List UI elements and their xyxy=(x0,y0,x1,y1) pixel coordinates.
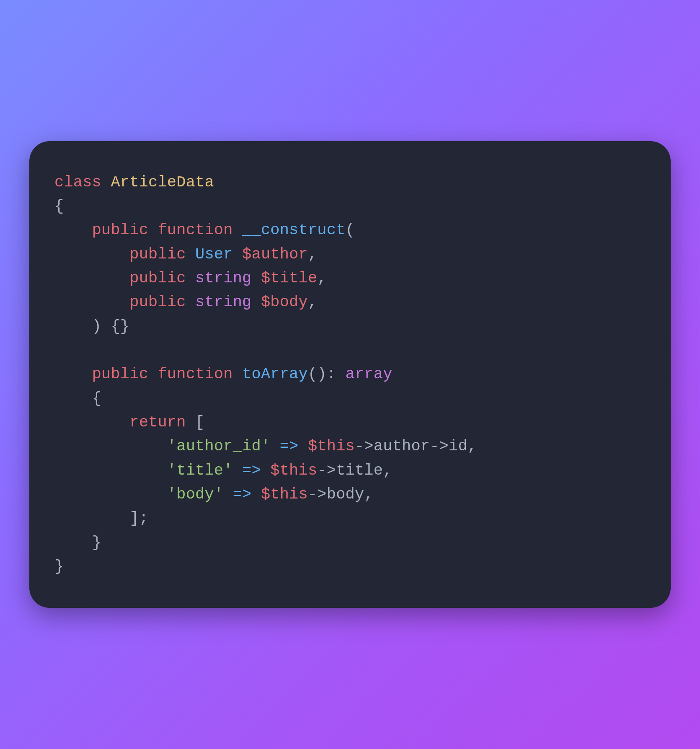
keyword-public: public xyxy=(129,245,186,263)
keyword-return: return xyxy=(129,413,186,431)
brace-open: { xyxy=(54,197,64,215)
keyword-public: public xyxy=(129,269,186,287)
thin-arrow: -> xyxy=(430,437,449,455)
brace-close: } xyxy=(92,534,101,551)
function-name-toarray: toArray xyxy=(242,365,308,383)
fat-arrow: => xyxy=(242,462,261,479)
empty-braces: {} xyxy=(111,318,129,335)
paren-close: ) xyxy=(92,318,101,335)
keyword-function: function xyxy=(158,221,232,239)
comma: , xyxy=(468,437,477,455)
code-card: class ArticleData { public function __co… xyxy=(29,141,671,608)
thin-arrow: -> xyxy=(355,437,374,455)
fat-arrow: => xyxy=(280,437,299,455)
var-title: $title xyxy=(261,269,317,287)
var-this: $this xyxy=(308,437,355,455)
var-author: $author xyxy=(242,245,308,263)
string-body: 'body' xyxy=(167,486,223,503)
type-string: string xyxy=(195,293,251,311)
var-this: $this xyxy=(270,462,317,479)
type-string: string xyxy=(195,269,251,287)
paren-open: ( xyxy=(346,221,355,239)
var-body: $body xyxy=(261,293,308,311)
comma: , xyxy=(383,462,392,479)
keyword-public: public xyxy=(129,293,186,311)
parens-empty: () xyxy=(308,365,327,383)
prop-id: id xyxy=(449,437,468,455)
fat-arrow: => xyxy=(233,486,252,503)
brace-open: { xyxy=(92,390,101,407)
string-author-id: 'author_id' xyxy=(167,437,270,455)
class-name: ArticleData xyxy=(111,173,214,191)
keyword-public: public xyxy=(92,365,148,383)
comma: , xyxy=(308,293,317,311)
comma: , xyxy=(308,245,317,263)
bracket-open: [ xyxy=(195,413,204,431)
string-title: 'title' xyxy=(167,462,233,479)
keyword-function: function xyxy=(158,365,232,383)
comma: , xyxy=(364,486,373,503)
keyword-public: public xyxy=(92,221,148,239)
code-block: class ArticleData { public function __co… xyxy=(54,170,646,579)
comma: , xyxy=(317,269,326,287)
semicolon: ; xyxy=(139,509,148,527)
prop-author: author xyxy=(374,437,430,455)
bracket-close: ] xyxy=(129,509,139,527)
brace-close: } xyxy=(54,558,64,575)
keyword-class: class xyxy=(54,173,101,191)
return-type-array: array xyxy=(346,365,393,383)
prop-title: title xyxy=(336,462,383,479)
function-name-construct: __construct xyxy=(242,221,345,239)
thin-arrow: -> xyxy=(317,462,336,479)
thin-arrow: -> xyxy=(308,486,327,503)
prop-body: body xyxy=(327,486,364,503)
colon: : xyxy=(327,365,336,383)
type-user: User xyxy=(195,245,233,263)
var-this: $this xyxy=(261,486,308,503)
